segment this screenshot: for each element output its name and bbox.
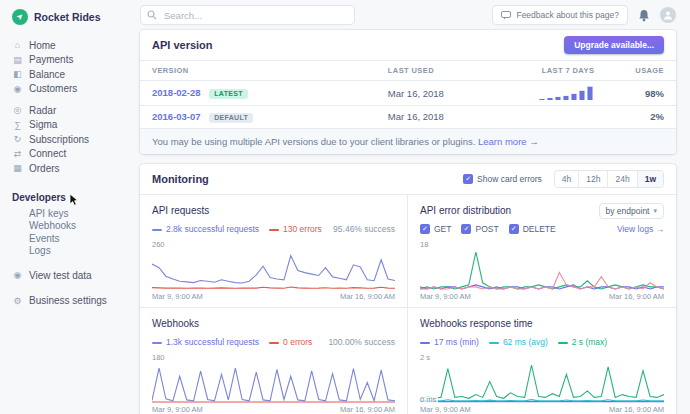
sidebar-item-home[interactable]: ⌂ Home (12, 38, 130, 53)
sidebar-item-label: Orders (29, 163, 60, 174)
last-used-value: Mar 16, 2018 (376, 81, 499, 106)
usage-value: 2% (606, 106, 676, 129)
y-axis-min-label: 0 ms (420, 395, 438, 404)
upgrade-available-button[interactable]: Upgrade available... (564, 36, 664, 54)
sidebar-item-business-settings[interactable]: ⚙ Business settings (12, 294, 130, 309)
balance-icon: ◧ (12, 69, 23, 79)
range-button-24h[interactable]: 24h (607, 171, 636, 187)
sidebar-item-connect[interactable]: ⇄ Connect (12, 147, 130, 162)
delete-checkbox[interactable]: ✓ DELETE (509, 224, 556, 234)
webhooks-response-time-chart (420, 363, 664, 403)
legend-item-max: 2 s (max) (558, 337, 607, 347)
sidebar-item-label: Radar (29, 105, 56, 116)
show-card-errors-checkbox[interactable]: ✓ Show card errors (463, 174, 542, 184)
sidebar-item-api-keys[interactable]: API keys (29, 207, 130, 220)
radar-icon: ◎ (12, 105, 23, 115)
mouse-cursor (70, 194, 79, 206)
post-checkbox[interactable]: ✓ POST (461, 224, 498, 234)
sidebar-item-balance[interactable]: ◧ Balance (12, 67, 130, 82)
sidebar-item-logs[interactable]: Logs (29, 245, 130, 258)
api-version-card: API version Upgrade available... VERSION… (140, 30, 676, 154)
feedback-button[interactable]: Feedback about this page? (492, 5, 628, 25)
panel-title: API requests (152, 205, 209, 216)
avatar[interactable] (660, 7, 676, 23)
checkbox-checked-icon: ✓ (461, 224, 471, 234)
legend: 17 ms (min) 62 ms (avg) 2 s (max) (420, 336, 664, 349)
table-header-row: VERSION LAST USED LAST 7 DAYS USAGE (140, 61, 676, 81)
checkbox-checked-icon: ✓ (420, 224, 430, 234)
person-icon (663, 10, 673, 20)
version-link[interactable]: 2016-03-07 (152, 111, 201, 122)
eye-icon: ◉ (12, 270, 23, 280)
y-axis-max-label: 18 (420, 240, 664, 249)
sidebar-nav: ⌂ Home ▤ Payments ◧ Balance ◉ Customers (12, 38, 130, 308)
x-axis-labels: Mar 9, 9:00 AMMar 16, 9:00 AM (420, 405, 664, 414)
legend-item-avg: 62 ms (avg) (489, 337, 548, 347)
payments-icon: ▤ (12, 55, 23, 65)
sidebar-item-payments[interactable]: ▤ Payments (12, 53, 130, 68)
time-range-selector: 4h 12h 24h 1w (554, 170, 664, 188)
brand-name: Rocket Rides (34, 11, 101, 23)
topbar: Feedback about this page? (140, 0, 676, 30)
show-card-errors-label: Show card errors (477, 174, 542, 184)
panel-api-requests: API requests 2.8k successful requests 13… (140, 195, 408, 308)
usage-value: 98% (606, 81, 676, 106)
webhooks-chart (152, 363, 395, 403)
panel-title: Webhooks response time (420, 318, 533, 329)
latest-badge: LATEST (209, 89, 248, 99)
search-input[interactable] (162, 9, 348, 22)
usage-sparkline-chart (538, 86, 594, 100)
api-error-distribution-chart (420, 250, 664, 290)
gear-icon: ⚙ (12, 296, 23, 306)
sidebar: ➤ Rocket Rides ⌂ Home ▤ Payments ◧ Balan… (0, 0, 130, 414)
column-header-last-used: LAST USED (376, 61, 499, 81)
min-line-swatch (420, 342, 430, 344)
card-title: Monitoring (152, 173, 209, 185)
sidebar-item-label: Sigma (29, 119, 57, 130)
sidebar-item-label: Business settings (29, 295, 107, 306)
search-box[interactable] (140, 5, 355, 25)
success-rate: 95.46% success (333, 224, 395, 234)
learn-more-link[interactable]: Learn more → (478, 136, 539, 147)
column-header-usage: USAGE (606, 61, 676, 81)
sidebar-item-label: Connect (29, 148, 66, 159)
legend-item-errors: 130 errors (269, 224, 322, 234)
sidebar-item-subscriptions[interactable]: ↻ Subscriptions (12, 132, 130, 147)
success-line-swatch (152, 342, 162, 344)
api-requests-chart (152, 250, 395, 290)
sidebar-item-label: Subscriptions (29, 134, 89, 145)
sidebar-item-sigma[interactable]: ∑ Sigma (12, 118, 130, 133)
get-checkbox[interactable]: ✓ GET (420, 224, 451, 234)
panel-title: Webhooks (152, 318, 199, 329)
sidebar-item-webhooks[interactable]: Webhooks (29, 220, 130, 233)
range-button-12h[interactable]: 12h (578, 171, 607, 187)
panel-webhooks-response-time: Webhooks response time 17 ms (min) 62 ms… (408, 308, 676, 414)
bell-icon[interactable] (638, 9, 650, 22)
range-button-1w[interactable]: 1w (637, 171, 663, 187)
x-axis-labels: Mar 9, 9:00 AMMar 16, 9:00 AM (152, 292, 395, 301)
legend: 2.8k successful requests 130 errors 95.4… (152, 223, 395, 236)
y-axis-max-label: 260 (152, 240, 395, 249)
connect-icon: ⇄ (12, 149, 23, 159)
range-button-4h[interactable]: 4h (555, 171, 578, 187)
default-badge: DEFAULT (209, 113, 253, 123)
sidebar-item-label: Payments (29, 54, 73, 65)
sidebar-item-orders[interactable]: ▦ Orders (12, 161, 130, 176)
table-row: 2018-02-28 LATEST Mar 16, 2018 98% (140, 81, 676, 106)
sidebar-item-developers[interactable]: Developers (12, 191, 130, 206)
y-axis-max-label: 180 (152, 353, 395, 362)
monitoring-card: Monitoring ✓ Show card errors 4h 12h 24h… (140, 164, 676, 414)
view-logs-link[interactable]: View logs → (617, 224, 664, 234)
brand[interactable]: ➤ Rocket Rides (12, 9, 130, 25)
sidebar-item-radar[interactable]: ◎ Radar (12, 103, 130, 118)
sigma-icon: ∑ (12, 120, 23, 130)
sidebar-item-label: View test data (29, 270, 92, 281)
sidebar-item-events[interactable]: Events (29, 232, 130, 245)
topbar-right: Feedback about this page? (492, 5, 676, 25)
sidebar-item-view-test-data[interactable]: ◉ View test data (12, 268, 130, 283)
x-axis-labels: Mar 9, 9:00 AMMar 16, 9:00 AM (420, 292, 664, 301)
endpoint-select[interactable]: by endpoint ▾ (599, 203, 664, 219)
sidebar-item-customers[interactable]: ◉ Customers (12, 82, 130, 97)
success-line-swatch (152, 229, 162, 231)
version-link[interactable]: 2018-02-28 (152, 87, 201, 98)
